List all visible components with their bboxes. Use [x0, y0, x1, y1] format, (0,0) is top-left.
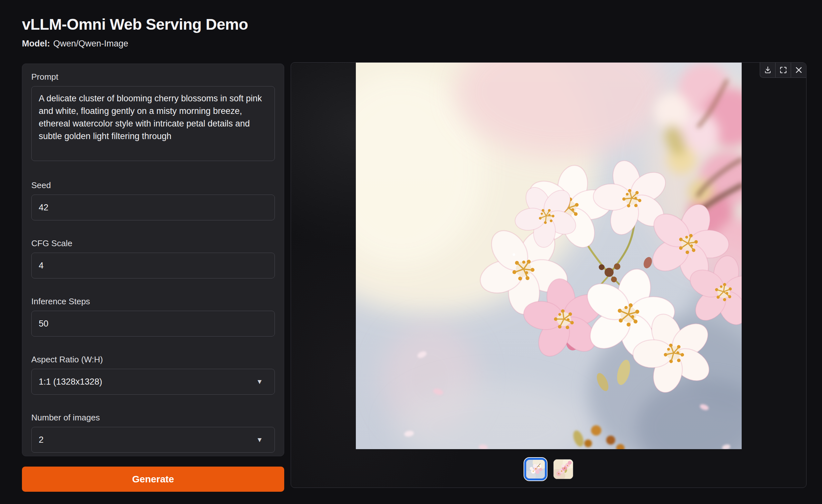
download-button[interactable] — [760, 63, 775, 77]
close-button[interactable] — [791, 63, 806, 77]
settings-panel: Prompt A delicate cluster of blooming ch… — [22, 64, 284, 456]
chevron-down-icon: ▼ — [256, 378, 263, 386]
num-images-select[interactable]: 2 ▼ — [31, 427, 275, 453]
model-line: Model:Qwen/Qwen-Image — [22, 39, 128, 49]
prompt-group: Prompt A delicate cluster of blooming ch… — [31, 72, 275, 162]
seed-label: Seed — [31, 180, 275, 190]
model-label: Model: — [22, 39, 50, 48]
generate-button[interactable]: Generate — [22, 467, 284, 492]
aspect-ratio-select[interactable]: 1:1 (1328x1328) ▼ — [31, 369, 275, 395]
app-root: { "header": { "title": "vLLM-Omni Web Se… — [0, 0, 822, 504]
steps-group: Inference Steps — [31, 297, 275, 337]
fullscreen-icon — [779, 66, 788, 74]
num-images-label: Number of images — [31, 413, 275, 422]
gallery-thumbnails — [524, 458, 573, 480]
image-viewer-panel — [291, 62, 807, 488]
thumbnail-2[interactable] — [553, 459, 573, 479]
num-images-group: Number of images 2 ▼ — [31, 413, 275, 453]
cfg-scale-input[interactable] — [31, 253, 275, 279]
inference-steps-label: Inference Steps — [31, 297, 275, 306]
close-icon — [795, 66, 803, 74]
num-images-value: 2 — [39, 435, 44, 445]
prompt-label: Prompt — [31, 72, 275, 82]
prompt-input[interactable]: A delicate cluster of blooming cherry bl… — [31, 86, 275, 161]
cfg-scale-label: CFG Scale — [31, 238, 275, 248]
model-value: Qwen/Qwen-Image — [53, 39, 128, 48]
chevron-down-icon: ▼ — [256, 436, 263, 444]
aspect-ratio-value: 1:1 (1328x1328) — [39, 377, 102, 387]
aspect-ratio-label: Aspect Ratio (W:H) — [31, 355, 275, 364]
page-title: vLLM-Omni Web Serving Demo — [22, 15, 248, 34]
aspect-ratio-group: Aspect Ratio (W:H) 1:1 (1328x1328) ▼ — [31, 355, 275, 395]
download-icon — [764, 66, 772, 74]
seed-input[interactable] — [31, 194, 275, 220]
generated-image[interactable] — [356, 63, 742, 449]
cfg-group: CFG Scale — [31, 238, 275, 279]
seed-group: Seed — [31, 180, 275, 220]
image-toolbar — [760, 63, 806, 78]
inference-steps-input[interactable] — [31, 311, 275, 337]
fullscreen-button[interactable] — [775, 63, 791, 77]
thumbnail-selected[interactable] — [524, 458, 547, 480]
